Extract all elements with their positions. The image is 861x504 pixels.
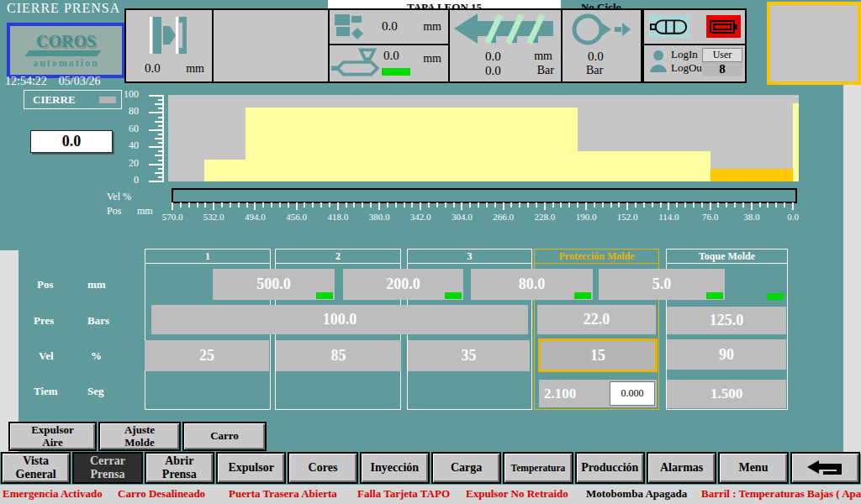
nav-inyeccion-button[interactable]: Inyección — [360, 452, 430, 484]
vel-setpoint-toque[interactable]: 90 — [667, 339, 786, 370]
pres-setpoint-proteccion[interactable]: 22.0 — [537, 305, 656, 334]
nav-expulsor-button[interactable]: Expulsor — [216, 452, 286, 484]
y-tick-label: 100 — [124, 88, 139, 101]
login-logout-label[interactable]: LogIn LogOut — [671, 48, 705, 75]
mold-position-cell: 0.0 mm — [126, 10, 214, 81]
y-tick — [158, 176, 162, 178]
screw-position-value: 0.0 — [485, 50, 501, 64]
pos-setpoint-proteccion[interactable]: 5.0 — [599, 269, 725, 300]
x-minor-tick — [767, 202, 769, 207]
y-tick — [158, 99, 162, 101]
nav-abrir-prensa-button[interactable]: AbrirPrensa — [145, 452, 214, 484]
x-tick-label: 342.0 — [410, 212, 431, 222]
x-minor-tick — [676, 202, 678, 207]
vel-setpoint-3[interactable]: 35 — [408, 340, 530, 371]
x-minor-tick — [693, 202, 695, 207]
x-minor-tick — [560, 202, 562, 207]
x-tick-label: 532.0 — [203, 212, 224, 222]
tiem-setpoint-toque[interactable]: 1.500 — [667, 380, 786, 408]
x-tick-label: 76.0 — [702, 212, 718, 222]
cierre-axis-button[interactable]: CIERRE — [24, 90, 122, 109]
x-tick-label: 380.0 — [369, 212, 390, 222]
x-minor-tick — [230, 202, 231, 207]
screw-icon — [452, 12, 557, 47]
x-minor-tick — [453, 202, 455, 207]
login-row[interactable]: LogIn LogOut User 8 — [644, 45, 745, 78]
x-tick-label: 266.0 — [493, 212, 514, 222]
pos-reached-led — [316, 292, 333, 299]
nav-menu-button[interactable]: Menu — [718, 452, 788, 484]
y-tick — [158, 142, 162, 144]
chart-segment — [246, 108, 578, 181]
x-minor-tick — [577, 202, 578, 207]
x-minor-tick — [387, 202, 388, 207]
pos-setpoint-3[interactable]: 80.0 — [471, 269, 593, 300]
x-minor-tick — [288, 202, 289, 207]
carriage-position-value: 0.0 — [383, 49, 399, 63]
pres-setpoint-main[interactable]: 100.0 — [151, 305, 528, 334]
y-tick — [158, 168, 162, 170]
chart-segment — [710, 169, 794, 181]
x-minor-tick — [527, 202, 529, 207]
y-tick — [155, 172, 162, 174]
expulsor-aire-button[interactable]: ExpulsorAire — [8, 422, 97, 451]
screw-cell: 0.0 mm 0.0 Bar — [450, 10, 563, 81]
user-label: User — [702, 48, 742, 62]
pres-setpoint-toque[interactable]: 125.0 — [667, 307, 786, 334]
y-tick — [155, 103, 162, 105]
screw-pressure-value: 0.0 — [485, 64, 501, 78]
x-minor-tick — [552, 202, 554, 207]
nav-produccion-button[interactable]: Producción — [575, 452, 645, 484]
nav-temperatura-button[interactable]: Temperatura — [503, 452, 573, 484]
nav-alarmas-button[interactable]: Alarmas — [647, 452, 716, 484]
x-tick — [751, 202, 753, 210]
carriage-ok-indicator — [382, 68, 410, 76]
y-tick — [155, 155, 162, 156]
logo-subtext: automation — [33, 58, 99, 68]
pos-setpoint-1[interactable]: 500.0 — [213, 269, 335, 300]
row-unit-tiem: Seg — [87, 385, 104, 398]
vel-setpoint-proteccion-selected[interactable]: 15 — [538, 339, 658, 372]
y-tick-label: 80 — [129, 106, 139, 118]
x-minor-tick — [188, 202, 190, 207]
y-tick — [155, 121, 162, 123]
screw-position-unit: mm — [534, 50, 552, 63]
vel-setpoint-2[interactable]: 85 — [276, 340, 401, 371]
x-minor-tick — [353, 202, 355, 207]
alarm-message: Emergencia Activado — [3, 487, 103, 501]
chart-segment — [793, 103, 799, 181]
nav-vista-general-button[interactable]: VistaGeneral — [1, 452, 71, 484]
row-unit-pos: mm — [87, 278, 106, 291]
x-minor-tick — [246, 202, 248, 207]
x-minor-tick — [759, 202, 761, 207]
nav-cerrar-prensa-button[interactable]: CerrarPrensa — [72, 452, 142, 484]
y-tick — [158, 134, 162, 135]
nav-carga-button[interactable]: Carga — [431, 452, 501, 484]
vel-setpoint-1[interactable]: 25 — [145, 340, 269, 371]
carro-button[interactable]: Carro — [182, 422, 267, 451]
x-minor-tick — [411, 202, 413, 207]
ajuste-molde-button[interactable]: AjusteMolde — [98, 422, 181, 451]
x-tick — [213, 202, 214, 210]
x-minor-tick — [618, 202, 620, 207]
x-tick-label: 494.0 — [245, 212, 266, 222]
y-tick — [149, 181, 162, 182]
nav-back-button[interactable] — [790, 452, 860, 484]
user-level-value: 8 — [702, 62, 742, 76]
x-tick — [668, 202, 669, 210]
x-tick-label: 152.0 — [617, 212, 638, 222]
ejector-position-unit: mm — [423, 20, 441, 34]
alarm-message: Expulsor No Retraido — [466, 487, 568, 501]
chart-segment — [578, 151, 710, 181]
position-track-bar — [172, 188, 797, 203]
x-minor-tick — [594, 202, 595, 207]
x-minor-tick — [536, 202, 537, 207]
pos-setpoint-2[interactable]: 200.0 — [343, 269, 463, 300]
tiem-setpoint-proteccion[interactable]: 2.100 0.000 — [539, 380, 657, 407]
x-minor-tick — [404, 202, 405, 207]
nav-cores-button[interactable]: Cores — [288, 452, 357, 484]
x-tick — [296, 202, 298, 210]
alarm-bar: Emergencia ActivadoCarro DesalineadoPuer… — [0, 485, 861, 504]
barrel-indicator — [649, 15, 689, 38]
alarm-message: Puerta Trasera Abierta — [229, 487, 337, 501]
